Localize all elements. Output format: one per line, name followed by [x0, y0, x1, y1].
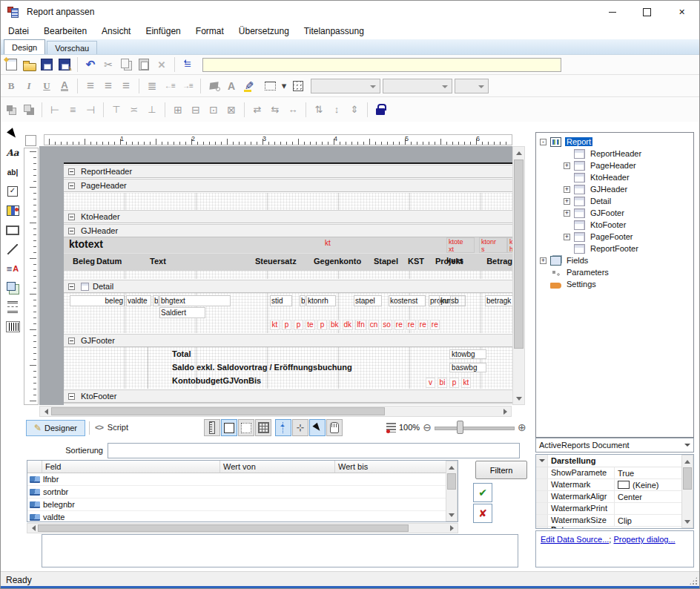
- minimize-button[interactable]: [595, 1, 630, 23]
- lock-icon[interactable]: [372, 102, 389, 118]
- space-equal-icon[interactable]: [285, 102, 301, 118]
- filter-table-horizontal-scrollbar[interactable]: [27, 523, 458, 533]
- tree-item[interactable]: - Report: [538, 136, 692, 148]
- tree-expander-icon[interactable]: +: [564, 162, 570, 169]
- tree-expander-icon[interactable]: +: [564, 234, 570, 240]
- cut-icon[interactable]: [100, 56, 116, 73]
- font-family-combobox[interactable]: [311, 79, 380, 93]
- font-size-combobox[interactable]: [455, 79, 489, 93]
- detail-content[interactable]: belegvaldtebbhgtextstidbktonrhstapelkost…: [64, 293, 512, 333]
- column-header-field[interactable]: Beleg: [70, 257, 95, 266]
- filter-column-header[interactable]: Feld: [42, 461, 220, 473]
- tab-design[interactable]: Design: [4, 39, 45, 54]
- category-collapse-icon[interactable]: [536, 527, 548, 529]
- save-icon[interactable]: [39, 56, 55, 73]
- detail-field[interactable]: bhgtext: [159, 295, 231, 306]
- scroll-up-icon[interactable]: [513, 147, 524, 158]
- detail-field-chip[interactable]: p: [282, 320, 291, 330]
- menu-item[interactable]: Titelanpassung: [297, 26, 372, 36]
- italic-icon[interactable]: [21, 78, 37, 94]
- detail-field[interactable]: beleg: [70, 295, 125, 306]
- align-right-icon[interactable]: [118, 78, 134, 94]
- open-icon[interactable]: [21, 56, 37, 73]
- scroll-down-icon[interactable]: [446, 510, 457, 521]
- border-style-icon[interactable]: [262, 78, 278, 94]
- edit-data-source-link[interactable]: Edit Data Source...: [541, 535, 609, 544]
- scroll-right-icon[interactable]: [446, 524, 458, 533]
- filter-column-header[interactable]: Wert bis: [335, 461, 446, 473]
- detail-field-chip[interactable]: dk: [343, 320, 354, 330]
- tree-item[interactable]: KtoHeader: [538, 171, 692, 183]
- property-row[interactable]: WatermarkPrint: [536, 503, 693, 515]
- tree-expander-icon[interactable]: -: [540, 139, 547, 145]
- detail-field[interactable]: kursb: [439, 295, 466, 306]
- collapse-icon[interactable]: [68, 338, 75, 344]
- detail-field-chip[interactable]: so: [381, 320, 392, 330]
- label-icon[interactable]: [4, 145, 21, 161]
- scrollbar-thumb[interactable]: [683, 467, 692, 490]
- saldiert-field[interactable]: Saldiert: [159, 307, 205, 318]
- zoom-in-icon[interactable]: [518, 422, 526, 432]
- send-back-icon[interactable]: [21, 102, 37, 118]
- total-label[interactable]: Total: [172, 349, 191, 358]
- checkbox-icon[interactable]: [4, 183, 21, 200]
- align-tops-icon[interactable]: [108, 102, 125, 118]
- paste-icon[interactable]: [136, 56, 152, 73]
- grid-dots-icon[interactable]: [238, 419, 254, 436]
- subreport-icon[interactable]: [4, 280, 21, 296]
- select-tool-icon[interactable]: [309, 419, 326, 436]
- pagebreak-icon[interactable]: [4, 299, 21, 315]
- collapse-icon[interactable]: [68, 228, 75, 234]
- outdent-icon[interactable]: [162, 78, 178, 94]
- scroll-left-icon[interactable]: [40, 407, 51, 416]
- tree-expander-icon[interactable]: +: [564, 198, 570, 205]
- tree-expander-icon[interactable]: +: [540, 257, 547, 264]
- border-view-icon[interactable]: [221, 419, 237, 436]
- font-style-combobox[interactable]: [383, 79, 452, 93]
- detail-field-chip[interactable]: re: [394, 320, 404, 330]
- space-remove-icon[interactable]: [267, 102, 283, 118]
- column-header-field[interactable]: Datum: [96, 257, 122, 266]
- property-object-selector[interactable]: ActiveReports Document: [535, 438, 694, 453]
- scroll-up-icon[interactable]: [682, 455, 693, 467]
- tree-expander-icon[interactable]: +: [564, 186, 570, 193]
- scroll-left-icon[interactable]: [27, 524, 39, 533]
- gjfooter-field-chip[interactable]: kt: [461, 378, 471, 388]
- ktowbg-field[interactable]: ktowbg: [449, 349, 486, 359]
- detail-field[interactable]: kostenst: [389, 295, 426, 306]
- property-category-partial[interactable]: Daten: [536, 527, 693, 529]
- ruler-toggle-icon[interactable]: [204, 419, 220, 436]
- menu-item[interactable]: Format: [188, 26, 231, 36]
- size-height-icon[interactable]: [205, 102, 222, 118]
- scrollbar-thumb[interactable]: [514, 159, 524, 349]
- detail-field-chip[interactable]: re: [430, 320, 440, 330]
- tree-item[interactable]: + Detail: [538, 195, 692, 207]
- tree-item[interactable]: + Fields: [538, 254, 692, 266]
- tree-item[interactable]: + PageHeader: [538, 159, 692, 171]
- align-rights-icon[interactable]: [82, 102, 99, 118]
- column-header-field[interactable]: Betrag: [482, 257, 512, 266]
- canvas-vertical-scrollbar[interactable]: [512, 146, 525, 405]
- column-header-field[interactable]: Gegenkonto: [314, 257, 361, 266]
- detail-field-chip[interactable]: te: [306, 320, 315, 330]
- detail-field[interactable]: stapel: [354, 295, 382, 306]
- align-centers-icon[interactable]: [65, 102, 81, 118]
- section-bar-reportheader[interactable]: ReportHeader: [64, 165, 512, 178]
- property-grid-scrollbar[interactable]: [681, 455, 693, 528]
- undo-icon[interactable]: [82, 56, 99, 73]
- detail-field-chip[interactable]: p: [294, 320, 303, 330]
- script-tab-button[interactable]: Script: [95, 423, 128, 432]
- fill-color-icon[interactable]: [205, 78, 222, 94]
- tree-item[interactable]: KtoFooter: [538, 219, 692, 231]
- property-row[interactable]: Watermark (Keine): [536, 479, 693, 491]
- collapse-icon[interactable]: [68, 214, 75, 220]
- tree-expander-icon[interactable]: +: [564, 210, 570, 217]
- property-category[interactable]: Darstellung: [536, 455, 693, 467]
- filter-table-vertical-scrollbar[interactable]: [446, 461, 458, 521]
- filtern-button[interactable]: Filtern: [475, 461, 527, 479]
- bold-icon[interactable]: [3, 78, 19, 94]
- collapse-icon[interactable]: [68, 393, 75, 400]
- pageheader-content[interactable]: [64, 193, 512, 210]
- vspace-across-icon[interactable]: [311, 102, 327, 118]
- menu-item[interactable]: Übersetzung: [231, 26, 297, 36]
